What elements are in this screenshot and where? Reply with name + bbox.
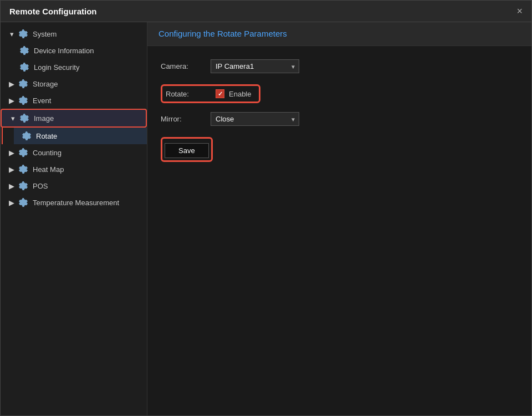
gear-icon-pos (18, 181, 28, 191)
content-title: Configuring the Rotate Parameters (158, 29, 287, 38)
sidebar-item-login-label: Login Security (34, 63, 79, 72)
chevron-temperature-icon: ▶ (8, 199, 15, 206)
sidebar-item-event-label: Event (33, 97, 51, 105)
sidebar-item-storage[interactable]: ▶ Storage (1, 75, 147, 92)
gear-icon-image (19, 113, 29, 123)
dialog-title: Remote Configuration (9, 7, 97, 16)
chevron-counting-icon: ▶ (8, 149, 15, 156)
close-button[interactable]: × (516, 6, 523, 16)
sidebar-item-pos-label: POS (33, 182, 48, 190)
rotate-row: Rotate: Enable (166, 89, 251, 98)
sidebar-item-heat-map[interactable]: ▶ Heat Map (1, 161, 147, 177)
sidebar-item-temperature[interactable]: ▶ Temperature Measurement (1, 194, 147, 211)
content-body: Camera: IP Camera1 Rotate: Enable (147, 46, 531, 415)
gear-icon-storage (18, 79, 28, 89)
mirror-select[interactable]: Close (211, 112, 299, 126)
content-header: Configuring the Rotate Parameters (147, 22, 531, 46)
gear-icon-event (18, 95, 28, 105)
save-button[interactable]: Save (165, 143, 209, 158)
enable-label-text: Enable (229, 90, 251, 98)
enable-checkbox-label[interactable]: Enable (216, 89, 251, 98)
camera-label: Camera: (161, 62, 211, 70)
gear-icon-system (18, 29, 28, 39)
sidebar-item-login-security[interactable]: Login Security (12, 59, 147, 75)
sidebar-item-image-label: Image (34, 114, 54, 123)
gear-icon-device (19, 45, 29, 55)
content-area: Configuring the Rotate Parameters Camera… (147, 22, 531, 415)
mirror-row: Mirror: Close (161, 112, 518, 126)
gear-icon-rotate (22, 131, 32, 141)
main-content: ▾ System (1, 22, 531, 415)
sidebar-item-pos[interactable]: ▶ POS (1, 177, 147, 194)
chevron-event-icon: ▶ (8, 97, 15, 104)
sidebar-item-event[interactable]: ▶ Event (1, 92, 147, 109)
gear-icon-counting (18, 148, 28, 158)
sidebar-item-storage-label: Storage (33, 80, 58, 88)
sidebar-item-rotate-label: Rotate (36, 132, 57, 140)
sidebar-subitems-image: Rotate (2, 128, 147, 144)
gear-icon-temperature (18, 197, 28, 207)
sidebar-item-rotate[interactable]: Rotate (14, 128, 147, 144)
sidebar-item-device-label: Device Information (34, 47, 94, 55)
sidebar-item-heatmap-label: Heat Map (33, 165, 64, 174)
remote-config-dialog: Remote Configuration × ▾ System (0, 0, 532, 416)
chevron-system-icon: ▾ (8, 31, 15, 37)
mirror-select-wrapper: Close (211, 112, 299, 126)
sidebar-item-counting[interactable]: ▶ Counting (1, 144, 147, 161)
sidebar-item-system[interactable]: ▾ System (1, 26, 147, 42)
sidebar-item-image[interactable]: ▾ Image (1, 109, 147, 128)
chevron-image-icon: ▾ (9, 115, 16, 121)
mirror-label: Mirror: (161, 115, 211, 123)
sidebar-item-counting-label: Counting (33, 149, 62, 157)
camera-select-wrapper: IP Camera1 (211, 59, 299, 73)
sidebar-item-device-information[interactable]: Device Information (12, 42, 147, 59)
enable-checkbox[interactable] (216, 89, 224, 98)
chevron-heatmap-icon: ▶ (8, 166, 15, 173)
chevron-storage-icon: ▶ (8, 80, 15, 87)
sidebar-item-system-label: System (33, 30, 57, 38)
sidebar-item-temperature-label: Temperature Measurement (33, 199, 119, 207)
chevron-pos-icon: ▶ (8, 182, 15, 189)
camera-select[interactable]: IP Camera1 (211, 59, 299, 73)
rotate-label: Rotate: (166, 90, 216, 98)
title-bar: Remote Configuration × (1, 1, 531, 22)
gear-icon-heatmap (18, 164, 28, 174)
sidebar-subitems-system: Device Information Login Security (1, 42, 147, 75)
gear-icon-login (19, 62, 29, 72)
camera-row: Camera: IP Camera1 (161, 59, 518, 73)
sidebar: ▾ System (1, 22, 147, 415)
